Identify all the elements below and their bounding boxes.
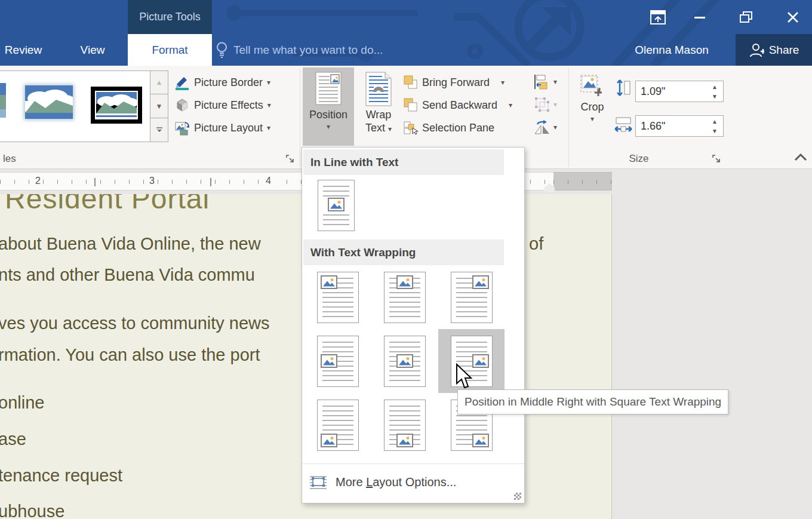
mountain-scene-icon [25, 85, 73, 119]
tell-me-box[interactable]: Tell me what you want to do... [216, 34, 383, 66]
mountain-scene-icon [96, 92, 137, 118]
document-heading: e Resident Portal [0, 194, 210, 215]
bring-forward-icon [404, 75, 418, 90]
picture-style-partial[interactable] [0, 83, 6, 121]
shape-width-field[interactable]: 1.66" ▲▼ [635, 115, 724, 137]
contextual-tab-label: Picture Tools [139, 11, 201, 23]
selection-pane-icon [404, 121, 418, 135]
word-window: Picture Tools Review View Format [0, 0, 812, 519]
lightbulb-icon [216, 42, 227, 58]
selection-pane-button[interactable]: Selection Pane [404, 119, 494, 137]
collapse-ribbon-icon[interactable] [794, 153, 807, 161]
picture-layout-button[interactable]: Picture Layout▾ [174, 119, 270, 137]
share-person-icon [749, 43, 764, 57]
gallery-scroll-down-button[interactable]: ▼ [150, 94, 168, 118]
position-option-inline-with-text[interactable] [318, 180, 355, 231]
menu-section-wrap-header: With Text Wrapping [303, 239, 504, 265]
user-name-label: Olenna Mason [635, 44, 709, 57]
gallery-more-button[interactable] [150, 118, 168, 142]
tab-review[interactable]: Review [0, 34, 51, 66]
ruler-half-tick: | [208, 176, 214, 186]
more-layout-options-item[interactable]: More Layout Options... [302, 468, 525, 496]
share-label: Share [769, 44, 799, 57]
group-objects-button[interactable]: ▾ [534, 94, 568, 115]
crop-button[interactable]: Crop ▾ [572, 67, 613, 146]
position-option-middle-center[interactable] [371, 329, 438, 393]
selection-pane-label: Selection Pane [422, 122, 494, 134]
send-backward-button[interactable]: Send Backward▾ [404, 96, 512, 114]
picture-styles-dialog-launcher-icon[interactable] [285, 154, 295, 164]
shape-width-value: 1.66" [636, 120, 709, 133]
shape-height-field[interactable]: 1.09" ▲▼ [635, 81, 724, 102]
document-text-line: ase [0, 429, 26, 449]
position-option-top-right[interactable] [438, 265, 505, 329]
picture-effects-icon [174, 97, 190, 113]
tab-view[interactable]: View [64, 34, 121, 66]
position-option-bottom-left[interactable] [304, 393, 371, 457]
bring-forward-button[interactable]: Bring Forward▾ [404, 73, 505, 91]
wrap-text-icon [365, 72, 392, 106]
ruler-half-tick: | [92, 176, 98, 186]
position-option-top-center[interactable] [371, 265, 438, 329]
size-group-label: Size [621, 153, 657, 165]
tooltip: Position in Middle Right with Square Tex… [457, 389, 728, 414]
group-separator [300, 68, 300, 167]
share-button[interactable]: Share [736, 34, 812, 66]
more-layout-options-icon [309, 475, 327, 489]
size-dialog-launcher-icon[interactable] [712, 154, 721, 164]
close-button[interactable] [779, 5, 807, 30]
picture-layout-icon [174, 120, 190, 136]
picture-layout-label: Picture Layout [194, 122, 263, 134]
position-option-bottom-center[interactable] [371, 393, 438, 457]
picture-styles-gallery[interactable] [0, 70, 150, 142]
document-text-line: nts and other Buena Vida commu [0, 265, 255, 285]
minimize-button[interactable] [685, 5, 714, 30]
ribbon-display-options-icon [650, 10, 666, 24]
picture-style-soft-edge[interactable] [25, 85, 73, 119]
position-label: Position [309, 108, 347, 121]
signed-in-user[interactable]: Olenna Mason [618, 34, 725, 66]
position-option-middle-left[interactable] [304, 329, 371, 393]
restore-icon [740, 11, 753, 23]
ruler-number: 4 [263, 176, 273, 186]
shape-height-spinner[interactable]: ▲▼ [709, 84, 723, 100]
menu-separator [303, 463, 524, 464]
crop-label: Crop [580, 100, 604, 113]
crop-icon [580, 75, 604, 99]
tooltip-text: Position in Middle Right with Square Tex… [465, 395, 721, 409]
rotate-objects-button[interactable]: ▾ [534, 117, 568, 137]
wrap-text-label-1: Wrap [366, 109, 392, 121]
gallery-scroll-up-button[interactable]: ▲ [150, 70, 168, 94]
tab-view-label: View [81, 44, 105, 57]
shape-width-icon [614, 116, 633, 134]
ribbon-display-options-button[interactable] [644, 5, 672, 30]
document-text-line: online [0, 393, 44, 413]
position-option-top-left[interactable] [304, 265, 371, 329]
document-text-line: tenance request [0, 466, 122, 486]
tab-format[interactable]: Format [128, 34, 212, 66]
document-text-line: about Buena Vida Online, the new [0, 234, 261, 254]
align-objects-button[interactable]: ▾ [534, 72, 568, 92]
horizontal-ruler-margin[interactable] [553, 172, 612, 191]
tab-format-label: Format [152, 44, 187, 57]
document-text-line: ves you access to community news [0, 314, 270, 333]
restore-button[interactable] [732, 5, 761, 30]
group-separator [568, 68, 569, 167]
crop-dropdown-arrow: ▾ [590, 115, 594, 123]
position-button[interactable]: Position ▾ [303, 67, 354, 146]
contextual-tab-header: Picture Tools [128, 0, 212, 34]
more-layout-options-label: More Layout Options... [336, 475, 456, 489]
gallery-more-icon [156, 127, 163, 134]
shape-height-value: 1.09" [636, 85, 709, 98]
picture-styles-group-label: les [3, 153, 16, 165]
wrap-text-button[interactable]: Wrap Text ▾ [356, 67, 401, 146]
group-icon [534, 97, 550, 112]
picture-style-black-frame[interactable] [91, 87, 142, 124]
rotate-icon [534, 119, 550, 135]
picture-border-button[interactable]: Picture Border▾ [174, 73, 270, 91]
picture-effects-button[interactable]: Picture Effects▾ [174, 96, 271, 114]
position-icon [315, 72, 342, 106]
send-backward-icon [404, 98, 418, 112]
shape-width-spinner[interactable]: ▲▼ [709, 118, 723, 134]
menu-resize-grip[interactable] [514, 493, 521, 500]
